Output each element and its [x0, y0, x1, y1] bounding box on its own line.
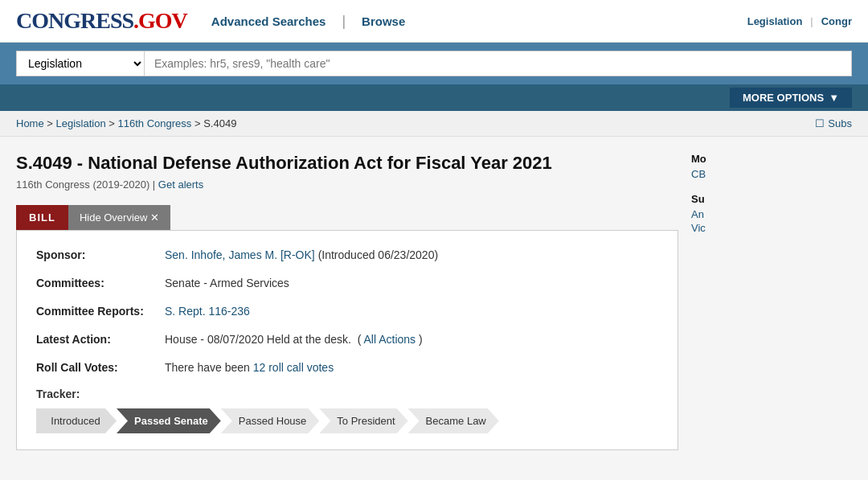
side-panel: Mo CB Su An Vic [691, 153, 852, 450]
advanced-searches-link[interactable]: Advanced Searches [211, 14, 326, 28]
bill-title: S.4049 - National Defense Authorization … [16, 153, 678, 174]
tracker-label: Tracker: [36, 388, 658, 400]
breadcrumb-sep1: > [47, 117, 55, 129]
committees-label: Committees: [36, 275, 165, 292]
sponsor-link[interactable]: Sen. Inhofe, James M. [R-OK] [165, 248, 315, 261]
tracker-step-became-law: Became Law [408, 408, 499, 433]
committee-reports-label: Committee Reports: [36, 303, 165, 320]
side-section-2-link-1[interactable]: An [691, 208, 852, 220]
logo-congress-text: CONGRESS [16, 8, 133, 34]
page-layout: S.4049 - National Defense Authorization … [16, 153, 852, 450]
breadcrumb-congress[interactable]: 116th Congress [118, 117, 192, 129]
main-panel: S.4049 - National Defense Authorization … [16, 153, 678, 450]
main-nav: Advanced Searches | Browse [211, 13, 405, 30]
breadcrumb-legislation[interactable]: Legislation [56, 117, 106, 129]
tab-hide-overview[interactable]: Hide Overview ✕ [68, 205, 170, 230]
congress-top-link[interactable]: Congr [821, 15, 852, 27]
roll-call-text: There have been [165, 361, 253, 374]
tracker-section: Tracker: Introduced Passed Senate Passed… [36, 388, 658, 433]
sponsor-label: Sponsor: [36, 247, 165, 264]
committees-row: Committees: Senate - Armed Services [36, 275, 658, 292]
logo-gov-text: GOV [138, 8, 187, 34]
bill-separator: | [153, 178, 158, 191]
tracker-step-passed-senate: Passed Senate [117, 408, 221, 433]
tab-bill[interactable]: BILL [16, 205, 68, 230]
sponsor-extra: (Introduced 06/23/2020) [318, 248, 438, 261]
get-alerts-link[interactable]: Get alerts [158, 178, 203, 191]
committee-reports-row: Committee Reports: S. Rept. 116-236 [36, 303, 658, 320]
side-section-2-title: Su [691, 193, 852, 205]
subscribe-area: ☐ Subs [815, 117, 852, 129]
nav-divider: | [342, 13, 346, 30]
search-input[interactable] [145, 51, 852, 76]
bill-congress-text: 116th Congress (2019-2020) [16, 178, 149, 191]
site-logo: CONGRESS.GOV [16, 8, 187, 34]
roll-call-link[interactable]: 12 roll call votes [253, 361, 334, 374]
side-section-1: Mo CB [691, 153, 852, 180]
roll-call-value: There have been 12 roll call votes [165, 359, 334, 376]
tracker-steps: Introduced Passed Senate Passed House To… [36, 408, 658, 433]
tracker-step-to-president: To President [319, 408, 407, 433]
tracker-step-passed-house: Passed House [221, 408, 320, 433]
subscribe-partial-text: Subs [828, 117, 852, 129]
side-section-1-title: Mo [691, 153, 852, 165]
chevron-down-icon: ▼ [829, 92, 839, 104]
breadcrumb-sep3: > [194, 117, 203, 129]
subscribe-checkbox-icon: ☐ [815, 117, 825, 129]
committee-reports-link[interactable]: S. Rept. 116-236 [165, 305, 250, 318]
more-options-label: MORE OPTIONS [743, 92, 824, 104]
breadcrumb-bar: Home > Legislation > 116th Congress > S.… [0, 111, 868, 137]
breadcrumb-home[interactable]: Home [16, 117, 44, 129]
roll-call-row: Roll Call Votes: There have been 12 roll… [36, 359, 658, 376]
committee-reports-value: S. Rept. 116-236 [165, 303, 250, 320]
sponsor-row: Sponsor: Sen. Inhofe, James M. [R-OK] (I… [36, 247, 658, 264]
latest-action-row: Latest Action: House - 08/07/2020 Held a… [36, 331, 658, 348]
legislation-top-link[interactable]: Legislation [747, 15, 803, 27]
breadcrumb: Home > Legislation > 116th Congress > S.… [16, 117, 236, 129]
header-left: CONGRESS.GOV Advanced Searches | Browse [16, 8, 405, 34]
search-bar: Legislation [0, 43, 868, 84]
committees-value: Senate - Armed Services [165, 275, 289, 292]
side-section-2: Su An Vic [691, 193, 852, 234]
latest-action-text: House - 08/07/2020 Held at the desk. [165, 333, 351, 346]
tab-bar: BILL Hide Overview ✕ [16, 205, 678, 230]
breadcrumb-sep2: > [108, 117, 117, 129]
sponsor-value: Sen. Inhofe, James M. [R-OK] (Introduced… [165, 247, 438, 264]
roll-call-label: Roll Call Votes: [36, 359, 165, 376]
search-category-select[interactable]: Legislation [16, 51, 145, 76]
browse-link[interactable]: Browse [362, 14, 405, 28]
header-right-links: Legislation | Congr [747, 15, 852, 27]
more-options-button[interactable]: MORE OPTIONS ▼ [730, 88, 852, 108]
page-header: CONGRESS.GOV Advanced Searches | Browse … [0, 0, 868, 43]
latest-action-close: ) [419, 333, 423, 346]
latest-action-label: Latest Action: [36, 331, 165, 348]
top-link-divider: | [810, 15, 813, 27]
breadcrumb-bill: S.4049 [203, 117, 236, 129]
latest-action-value: House - 08/07/2020 Held at the desk. ( A… [165, 331, 423, 348]
bill-congress-info: 116th Congress (2019-2020) | Get alerts [16, 178, 678, 191]
side-section-2-link-2[interactable]: Vic [691, 222, 852, 234]
tracker-step-introduced: Introduced [36, 408, 117, 433]
all-actions-link[interactable]: All Actions [364, 333, 416, 346]
main-content: S.4049 - National Defense Authorization … [0, 137, 868, 466]
more-options-bar: MORE OPTIONS ▼ [0, 84, 868, 111]
bill-overview-card: Sponsor: Sen. Inhofe, James M. [R-OK] (I… [16, 230, 678, 450]
side-section-1-link[interactable]: CB [691, 168, 852, 180]
latest-action-space: ( [354, 333, 362, 346]
